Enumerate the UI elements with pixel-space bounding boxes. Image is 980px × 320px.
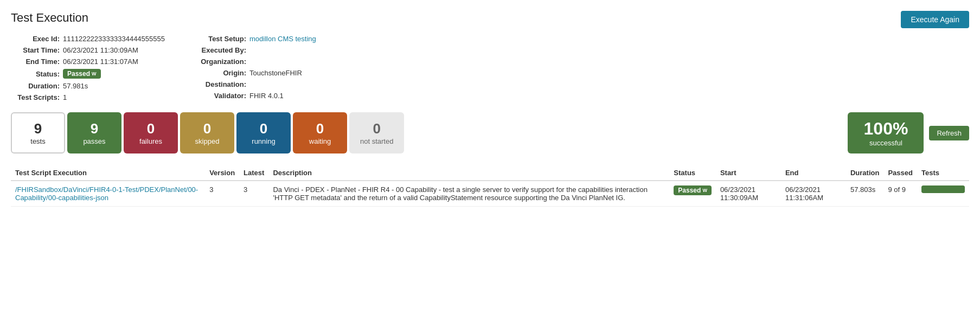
col-end: End xyxy=(781,165,846,181)
origin-row: Origin: TouchstoneFHIR xyxy=(197,69,316,77)
validator-row: Validator: FHIR 4.0.1 xyxy=(197,92,316,100)
stat-success: 100% successful xyxy=(848,112,924,153)
notstarted-label: not started xyxy=(360,137,393,145)
stat-passes: 9 passes xyxy=(67,112,121,153)
passed-cell: 9 of 9 xyxy=(883,181,917,207)
executed-by-row: Executed By: xyxy=(197,46,316,54)
latest-cell: 3 xyxy=(239,181,268,207)
destination-label: Destination: xyxy=(197,80,246,88)
stats-row: 9 tests 9 passes 0 failures 0 skipped 0 … xyxy=(11,112,969,153)
test-script-table: Test Script Execution Version Latest Des… xyxy=(11,165,969,207)
duration-row: Duration: 57.981s xyxy=(11,82,165,90)
col-version: Version xyxy=(205,165,239,181)
progress-bar-wrap xyxy=(921,185,965,193)
status-label: Status: xyxy=(11,70,60,78)
success-percent: 100% xyxy=(864,119,908,139)
exec-id-row: Exec Id: 11112222233333334444555555 xyxy=(11,35,165,43)
waiting-label: waiting xyxy=(309,137,331,145)
tests-number: 9 xyxy=(34,120,42,137)
running-label: running xyxy=(252,137,275,145)
failures-number: 0 xyxy=(147,120,155,137)
end-cell: 06/23/2021 11:31:06AM xyxy=(781,181,846,207)
running-number: 0 xyxy=(260,120,267,137)
status-sup: W xyxy=(92,71,97,76)
start-time-value: 06/23/2021 11:30:09AM xyxy=(63,46,138,54)
origin-value: TouchstoneFHIR xyxy=(249,69,302,77)
version-cell: 3 xyxy=(205,181,239,207)
meta-left: Exec Id: 11112222233333334444555555 Star… xyxy=(11,35,165,101)
organization-label: Organization: xyxy=(197,57,246,66)
failures-label: failures xyxy=(139,137,162,145)
stat-notstarted: 0 not started xyxy=(349,112,404,153)
test-setup-label: Test Setup: xyxy=(197,35,246,43)
script-cell: /FHIRSandbox/DaVinci/FHIR4-0-1-Test/PDEX… xyxy=(11,181,205,207)
test-scripts-label: Test Scripts: xyxy=(11,93,60,101)
col-description: Description xyxy=(268,165,669,181)
exec-id-value: 11112222233333334444555555 xyxy=(63,35,165,43)
meta-section: Exec Id: 11112222233333334444555555 Star… xyxy=(11,35,969,101)
col-tests: Tests xyxy=(917,165,969,181)
passes-number: 9 xyxy=(91,120,98,137)
meta-right: Test Setup: modillon CMS testing Execute… xyxy=(197,35,316,101)
executed-by-label: Executed By: xyxy=(197,46,246,54)
skipped-number: 0 xyxy=(203,120,211,137)
notstarted-number: 0 xyxy=(373,120,380,137)
status-badge: PassedW xyxy=(63,69,101,79)
skipped-label: skipped xyxy=(195,137,220,145)
duration-label: Duration: xyxy=(11,82,60,90)
table-header-row: Test Script Execution Version Latest Des… xyxy=(11,165,969,181)
end-time-row: End Time: 06/23/2021 11:31:07AM xyxy=(11,57,165,66)
table-row: /FHIRSandbox/DaVinci/FHIR4-0-1-Test/PDEX… xyxy=(11,181,969,207)
start-time-row: Start Time: 06/23/2021 11:30:09AM xyxy=(11,46,165,54)
stat-failures: 0 failures xyxy=(124,112,178,153)
col-script: Test Script Execution xyxy=(11,165,205,181)
waiting-number: 0 xyxy=(316,120,324,137)
execute-again-button[interactable]: Execute Again xyxy=(901,11,969,28)
stat-running: 0 running xyxy=(236,112,291,153)
refresh-button[interactable]: Refresh xyxy=(929,126,969,140)
col-passed: Passed xyxy=(883,165,917,181)
progress-bar-fill xyxy=(921,185,965,193)
destination-row: Destination: xyxy=(197,80,316,88)
test-scripts-value: 1 xyxy=(63,93,67,101)
page-title: Test Execution xyxy=(11,11,88,25)
test-setup-link[interactable]: modillon CMS testing xyxy=(249,35,316,43)
col-duration: Duration xyxy=(846,165,883,181)
status-value: Passed xyxy=(67,70,90,78)
script-link[interactable]: /FHIRSandbox/DaVinci/FHIR4-0-1-Test/PDEX… xyxy=(15,185,201,202)
description-cell: Da Vinci - PDEX - PlanNet - FHIR R4 - 00… xyxy=(268,181,669,207)
tests-cell xyxy=(917,181,969,207)
end-time-value: 06/23/2021 11:31:07AM xyxy=(63,57,138,66)
stat-waiting: 0 waiting xyxy=(293,112,347,153)
status-cell: PassedW xyxy=(669,181,716,207)
start-time-label: Start Time: xyxy=(11,46,60,54)
col-start: Start xyxy=(716,165,781,181)
stat-skipped: 0 skipped xyxy=(180,112,234,153)
row-status-badge: PassedW xyxy=(674,185,712,195)
duration-value: 57.981s xyxy=(63,82,88,90)
test-scripts-row: Test Scripts: 1 xyxy=(11,93,165,101)
col-latest: Latest xyxy=(239,165,268,181)
start-cell: 06/23/2021 11:30:09AM xyxy=(716,181,781,207)
passes-label: passes xyxy=(83,137,105,145)
validator-label: Validator: xyxy=(197,92,246,100)
status-row: Status: PassedW xyxy=(11,69,165,79)
stat-tests: 9 tests xyxy=(11,112,65,153)
test-setup-row: Test Setup: modillon CMS testing xyxy=(197,35,316,43)
duration-cell: 57.803s xyxy=(846,181,883,207)
exec-id-label: Exec Id: xyxy=(11,35,60,43)
col-status: Status xyxy=(669,165,716,181)
tests-label: tests xyxy=(30,137,45,145)
success-label: successful xyxy=(869,139,902,147)
origin-label: Origin: xyxy=(197,69,246,77)
validator-value: FHIR 4.0.1 xyxy=(249,92,284,100)
organization-row: Organization: xyxy=(197,57,316,66)
end-time-label: End Time: xyxy=(11,57,60,66)
